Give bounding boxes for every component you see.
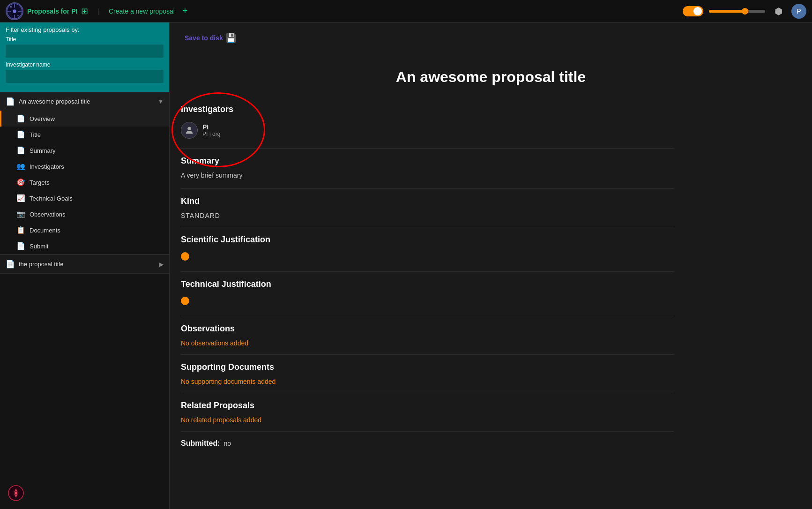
theme-toggle[interactable] bbox=[683, 6, 703, 16]
investigator-filter-input[interactable] bbox=[6, 70, 164, 83]
observations-label: Observations bbox=[30, 211, 66, 218]
observations-heading: Observations bbox=[181, 324, 674, 334]
slider-thumb bbox=[742, 8, 748, 15]
svg-point-6 bbox=[10, 6, 12, 7]
summary-icon: 📄 bbox=[16, 146, 25, 155]
sidebar-item-technical-goals[interactable]: 📈 Technical Goals bbox=[0, 190, 169, 206]
overview-icon: 📄 bbox=[16, 114, 25, 123]
submitted-label: Submitted: bbox=[181, 439, 220, 448]
sidebar-item-submit[interactable]: 📄 Submit bbox=[0, 238, 169, 254]
proposal-title-1: An awesome proposal title bbox=[19, 98, 154, 105]
scientific-justification-section: Scientific Justification bbox=[181, 227, 674, 272]
title-filter-input[interactable] bbox=[6, 45, 164, 58]
investigator-filter-label: Investigator name bbox=[6, 61, 164, 68]
sidebar: Filter existing proposals by: Title Inve… bbox=[0, 22, 170, 509]
investigator-item: PI PI | org bbox=[181, 120, 674, 141]
user-avatar-button[interactable]: P bbox=[791, 4, 806, 19]
sidebar-item-summary[interactable]: 📄 Summary bbox=[0, 142, 169, 158]
title-icon: 📄 bbox=[16, 130, 25, 139]
kind-section: Kind STANDARD bbox=[181, 189, 674, 227]
proposal-header-1[interactable]: 📄 An awesome proposal title ▼ bbox=[0, 92, 169, 111]
svg-point-1 bbox=[13, 9, 16, 13]
proposal-main-title: An awesome proposal title bbox=[200, 68, 782, 86]
save-disk-icon: 💾 bbox=[226, 33, 236, 43]
export-button[interactable]: ⬢ bbox=[771, 4, 786, 19]
sidebar-item-observations[interactable]: 📷 Observations bbox=[0, 206, 169, 222]
related-proposals-section: Related Proposals No related proposals a… bbox=[181, 393, 674, 432]
proposals-for-pi-link[interactable]: Proposals for PI bbox=[27, 7, 77, 15]
technical-justification-heading: Technical Justification bbox=[181, 279, 674, 289]
save-label: Save to disk bbox=[185, 34, 223, 42]
kind-heading: Kind bbox=[181, 196, 674, 206]
observations-warning: No observations added bbox=[181, 339, 674, 347]
create-proposal-link[interactable]: Create a new proposal bbox=[109, 7, 175, 15]
scientific-justification-heading: Scientific Justification bbox=[181, 235, 674, 245]
sidebar-item-documents[interactable]: 📋 Documents bbox=[0, 222, 169, 238]
investigator-name: PI bbox=[202, 123, 220, 131]
proposal-list: 📄 An awesome proposal title ▼ 📄 Overview… bbox=[0, 92, 169, 477]
proposal-header-2[interactable]: 📄 the proposal title ▶ bbox=[0, 254, 169, 273]
sidebar-item-targets[interactable]: 🎯 Targets bbox=[0, 174, 169, 190]
proposal-doc-icon-2: 📄 bbox=[6, 260, 15, 269]
scientific-justification-status-dot bbox=[181, 252, 189, 261]
summary-text: A very brief summary bbox=[181, 172, 674, 179]
documents-label: Documents bbox=[30, 227, 60, 234]
targets-label: Targets bbox=[30, 179, 50, 186]
sidebar-item-overview[interactable]: 📄 Overview bbox=[0, 111, 169, 127]
supporting-docs-heading: Supporting Documents bbox=[181, 362, 674, 372]
investigator-org: PI | org bbox=[202, 131, 220, 137]
proposals-icon[interactable]: ⊞ bbox=[81, 6, 88, 16]
related-proposals-heading: Related Proposals bbox=[181, 401, 674, 411]
main-content: Save to disk 💾 An awesome proposal title… bbox=[170, 22, 812, 509]
kind-value: STANDARD bbox=[181, 212, 674, 219]
nav-right-controls: ⬢ P bbox=[683, 4, 806, 19]
proposal-item-2: 📄 the proposal title ▶ bbox=[0, 254, 169, 274]
observations-section: Observations No observations added bbox=[181, 316, 674, 355]
technical-justification-section: Technical Justification bbox=[181, 272, 674, 316]
plus-icon[interactable]: + bbox=[182, 6, 188, 16]
proposal-doc-icon-1: 📄 bbox=[6, 97, 15, 106]
technical-goals-label: Technical Goals bbox=[30, 195, 73, 202]
person-icon bbox=[184, 125, 194, 135]
submitted-row: Submitted: no bbox=[181, 432, 674, 455]
targets-icon: 🎯 bbox=[16, 178, 25, 187]
supporting-docs-warning: No supporting documents added bbox=[181, 378, 674, 385]
title-label: Title bbox=[30, 131, 41, 138]
slider-fill bbox=[709, 10, 743, 13]
technical-justification-status-dot bbox=[181, 297, 189, 305]
overview-label: Overview bbox=[30, 115, 55, 122]
summary-label: Summary bbox=[30, 147, 56, 154]
submit-label: Submit bbox=[30, 243, 48, 250]
zoom-slider[interactable] bbox=[709, 10, 765, 13]
bottom-logo-svg bbox=[7, 485, 24, 502]
documents-icon: 📋 bbox=[16, 226, 25, 234]
nav-separator: | bbox=[97, 7, 99, 15]
content-body: Investigators PI PI | org Su bbox=[170, 97, 685, 474]
related-proposals-warning: No related proposals added bbox=[181, 416, 674, 424]
investigators-label: Investigators bbox=[30, 163, 64, 170]
logo-area: Proposals for PI ⊞ bbox=[6, 2, 88, 20]
svg-point-10 bbox=[15, 492, 17, 494]
polaris-logo-svg bbox=[7, 3, 22, 20]
technical-goals-icon: 📈 bbox=[16, 194, 25, 202]
content-toolbar: Save to disk 💾 bbox=[170, 22, 812, 53]
investigators-heading: Investigators bbox=[181, 105, 674, 114]
summary-heading: Summary bbox=[181, 156, 674, 166]
save-to-disk-button[interactable]: Save to disk 💾 bbox=[181, 30, 240, 46]
proposal-chevron-1: ▼ bbox=[158, 98, 164, 105]
svg-point-11 bbox=[187, 127, 191, 130]
proposal-item-1: 📄 An awesome proposal title ▼ 📄 Overview… bbox=[0, 92, 169, 254]
filter-section: Filter existing proposals by: Title Inve… bbox=[0, 22, 169, 92]
sidebar-item-investigators[interactable]: 👥 Investigators bbox=[0, 158, 169, 174]
summary-section: Summary A very brief summary bbox=[181, 149, 674, 189]
sidebar-bottom bbox=[0, 477, 169, 509]
investigators-icon: 👥 bbox=[16, 162, 25, 171]
observations-icon: 📷 bbox=[16, 210, 25, 218]
polaris-logo bbox=[6, 2, 23, 20]
svg-point-7 bbox=[17, 15, 19, 16]
filter-title: Filter existing proposals by: bbox=[6, 26, 164, 33]
sidebar-item-title[interactable]: 📄 Title bbox=[0, 127, 169, 142]
investigator-avatar bbox=[181, 122, 198, 139]
proposal-title-2: the proposal title bbox=[19, 261, 156, 268]
submit-icon: 📄 bbox=[16, 242, 25, 250]
